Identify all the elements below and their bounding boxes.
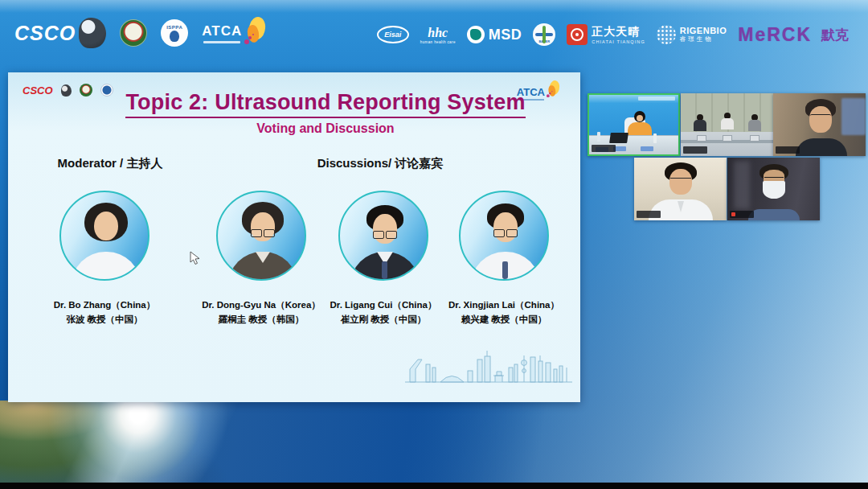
slide-title: Topic 2: Ultrasound Reporting System [125, 90, 525, 118]
avatar-face [493, 212, 518, 242]
video2-attendee-figure [719, 113, 735, 134]
merck-logo: MeRCK 默克 [738, 24, 849, 46]
atca-logo: ATCA [202, 17, 265, 49]
video3-man-shirt [796, 138, 847, 156]
panelist-name-bo-zhang: Dr. Bo Zhang（China） 张波 教授（中国） [24, 299, 185, 326]
slide-header: Topic 2: Ultrasound Reporting System Vot… [117, 90, 534, 136]
header-right-logos: Eisai hhc human health care MSD BAYER 正大… [377, 21, 849, 48]
slide-csco-logo-text: CSCO [23, 84, 53, 97]
eisai-logo: Eisai [377, 26, 409, 43]
video4-glasses [670, 178, 691, 183]
video2-laptop [723, 135, 732, 142]
atca-logo-subline [203, 41, 240, 43]
avatar-face [373, 214, 397, 244]
mouse-cursor-icon [190, 251, 200, 265]
chiatai-tianqing-logo: 正大天晴 CHIATAI TIANQING [567, 24, 645, 45]
msd-logo-text: MSD [489, 27, 522, 43]
panelist-name-xingjian-lai: Dr. Xingjian Lai（China） 赖兴建 教授（中国） [424, 299, 584, 326]
header-left-logos: CSCO ISPPA ATCA [14, 14, 265, 51]
moderator-label: Moderator / 主持人 [24, 156, 196, 171]
avatar-glasses [250, 229, 276, 237]
chiatai-tianqing-logo-en: CHIATAI TIANQING [592, 39, 645, 44]
merck-logo-text: MeRCK [738, 24, 812, 46]
top-glow-strip [0, 0, 868, 13]
video1-wall-banner [638, 97, 675, 101]
name-cn: 张波 教授（中国） [24, 314, 185, 326]
video3-glasses [810, 114, 831, 120]
bayer-cross-logo-icon: BAYER [533, 23, 555, 46]
isppa-emblem-icon [170, 31, 179, 42]
video1-name-tag [592, 145, 616, 152]
avatar-dong-gyu-na [216, 191, 306, 281]
participant-video-2[interactable] [681, 93, 773, 156]
slide-isppa-logo-icon [100, 84, 113, 97]
video5-man-jacket [748, 209, 800, 220]
avatar-tie [502, 261, 508, 279]
rigenbio-globe-icon [657, 25, 676, 44]
video4-name-tag [637, 211, 661, 218]
webinar-screen: CSCO ISPPA ATCA Eisai hhc human health c… [0, 0, 868, 489]
csco-painter-icon [79, 18, 106, 48]
video1-laptop [609, 133, 628, 143]
avatar-glasses [372, 231, 398, 239]
hhc-logo-text: hhc [428, 26, 448, 40]
rigenbio-logo: RIGENBIO 睿璟生物 [657, 25, 727, 44]
csco-logo: CSCO [14, 18, 106, 48]
society-green-logo-icon [120, 19, 147, 47]
isppa-logo-text: ISPPA [166, 25, 182, 30]
name-en: Dr. Xingjian Lai（China） [424, 299, 584, 311]
participant-video-4[interactable] [634, 158, 727, 220]
avatar-jacket [228, 252, 297, 281]
bottom-letterbox-bar [0, 483, 868, 489]
video2-name-tag [683, 146, 707, 154]
slide-logo-row: CSCO [23, 84, 113, 97]
video2-laptop [697, 135, 706, 142]
avatar-face [94, 212, 118, 240]
mic-muted-icon [731, 212, 735, 216]
msd-logo-icon [467, 26, 485, 43]
avatar-glasses [493, 229, 518, 237]
chiatai-tianqing-logo-icon [567, 24, 588, 45]
slide-society-green-logo-icon [80, 84, 92, 97]
slide-atca-flame-icon [547, 80, 559, 101]
msd-logo: MSD [467, 26, 522, 43]
video3-name-tag [776, 146, 800, 154]
slide-subtitle: Voting and Discussion [117, 121, 534, 136]
video5-background-highlight [734, 161, 750, 209]
avatar-white-coat [72, 252, 141, 281]
video2-laptop [750, 135, 760, 142]
atca-flame-icon [244, 17, 265, 49]
rigenbio-logo-text: RIGENBIO [680, 26, 727, 35]
slide-csco-painter-icon [61, 84, 72, 97]
video3-blue-window [841, 98, 866, 135]
presentation-slide: CSCO ATCA Topic 2: Ultrasound Reporting … [8, 72, 580, 402]
participant-video-1[interactable] [588, 93, 680, 156]
hhc-logo-subtext: human health care [420, 40, 456, 44]
avatar-xingjian-lai [459, 191, 549, 281]
video5-name-tag [730, 211, 754, 218]
discussants-label: Discussions/ 讨论嘉宾 [280, 156, 481, 171]
name-en: Dr. Bo Zhang（China） [24, 299, 185, 311]
rigenbio-logo-cn: 睿璟生物 [680, 35, 727, 43]
avatar-ligang-cui [338, 191, 428, 281]
csco-logo-text: CSCO [14, 22, 76, 45]
merck-logo-cn: 默克 [821, 26, 849, 44]
atca-logo-text: ATCA [202, 23, 242, 39]
city-skyline-graphic [403, 346, 574, 386]
name-cn: 赖兴建 教授（中国） [424, 314, 584, 326]
hhc-logo: hhc human health care [420, 26, 456, 44]
earth-from-space-graphic [0, 401, 595, 483]
video1-bottles [597, 132, 600, 142]
isppa-logo-icon: ISPPA [161, 19, 188, 47]
avatar-bo-zhang [59, 191, 149, 281]
video5-face-mask [763, 181, 785, 199]
chiatai-tianqing-logo-cn: 正大天晴 [592, 25, 645, 39]
avatar-tie [382, 261, 387, 279]
participant-video-3[interactable] [773, 93, 866, 156]
participant-video-5[interactable] [727, 158, 820, 220]
bayer-logo-text: BAYER [533, 39, 555, 43]
